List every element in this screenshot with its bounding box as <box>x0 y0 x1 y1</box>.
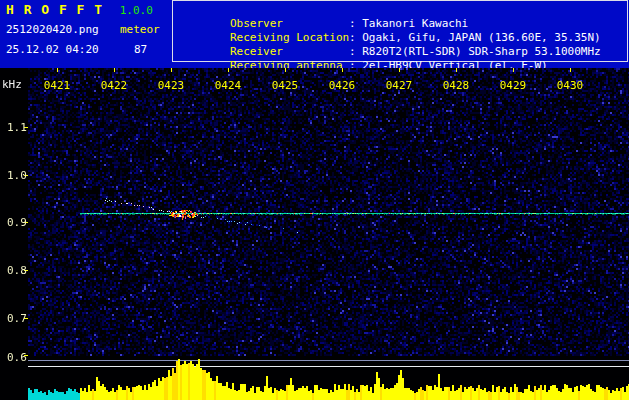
x-tick-label: 0423 <box>157 79 185 92</box>
y-tick-label: 0.7 <box>7 312 27 325</box>
header: H R O F F T 1.0.0 2512020420.png meteor … <box>0 0 629 68</box>
info-value-observer: : Takanori Kawachi <box>349 17 468 30</box>
info-label-receiver: Receiver <box>230 45 349 59</box>
datetime-line: 25.12.02 04:20 87 <box>6 43 172 63</box>
x-tick-label: 0422 <box>100 79 128 92</box>
y-tick-label: 1.0 <box>7 169 27 182</box>
mode-label: meteor <box>120 23 160 36</box>
echo-count: 87 <box>134 43 147 56</box>
info-label-location: Receiving Location <box>230 31 349 45</box>
x-tick-label: 0430 <box>556 79 584 92</box>
spectrogram-canvas <box>0 68 629 400</box>
x-tick-label: 0421 <box>43 79 71 92</box>
header-left: H R O F F T 1.0.0 2512020420.png meteor … <box>6 2 172 63</box>
info-value-receiver: : R820T2(RTL-SDR) SDR-Sharp 53.1000MHz <box>349 45 601 58</box>
plot-area: kHz 042104220423042404250426042704280429… <box>0 68 629 400</box>
x-tick-label: 0427 <box>385 79 413 92</box>
hrofft-screenshot: H R O F F T 1.0.0 2512020420.png meteor … <box>0 0 629 400</box>
x-tick-label: 0426 <box>328 79 356 92</box>
x-tick-label: 0428 <box>442 79 470 92</box>
filename-label: 2512020420.png <box>6 23 99 36</box>
app-version: 1.0.0 <box>120 4 153 17</box>
app-title: H R O F F T <box>6 2 103 17</box>
x-tick-label: 0429 <box>499 79 527 92</box>
x-tick-label: 0425 <box>271 79 299 92</box>
observer-info-box: Observer: Takanori Kawachi Receiving Loc… <box>172 0 628 62</box>
y-axis-unit: kHz <box>2 78 22 91</box>
file-line: 2512020420.png meteor <box>6 23 172 43</box>
datetime-label: 25.12.02 04:20 <box>6 43 99 56</box>
x-tick-label: 0424 <box>214 79 242 92</box>
y-tick-label: 0.9 <box>7 216 27 229</box>
y-tick-label: 1.1 <box>7 121 27 134</box>
y-tick-label: 0.6 <box>7 351 27 364</box>
info-label-observer: Observer <box>230 17 349 31</box>
info-value-location: : Ogaki, Gifu, JAPAN (136.60E, 35.35N) <box>349 31 601 44</box>
title-line: H R O F F T 1.0.0 <box>6 2 172 23</box>
info-row: Observer: Takanori Kawachi <box>177 3 627 17</box>
y-tick-label: 0.8 <box>7 264 27 277</box>
